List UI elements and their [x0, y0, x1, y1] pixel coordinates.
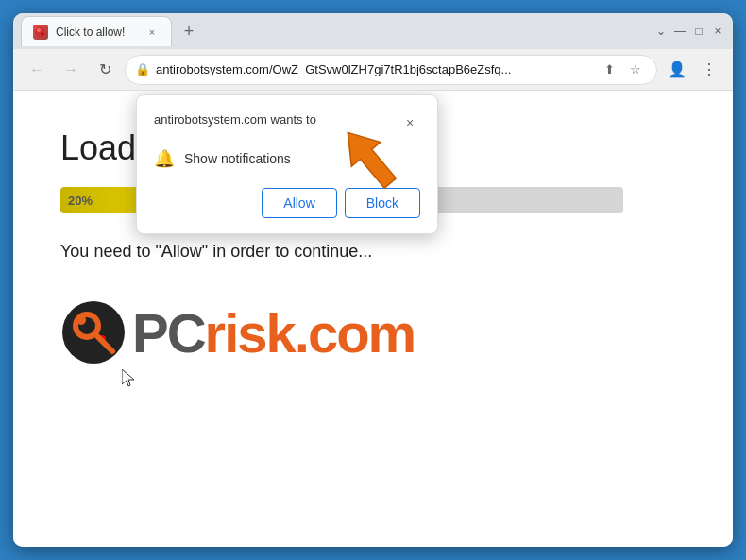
allow-button[interactable]: Allow: [262, 188, 336, 218]
address-bar-icons: ⬆ ☆: [598, 59, 647, 81]
svg-marker-3: [334, 121, 405, 195]
svg-point-7: [76, 315, 86, 325]
address-bar[interactable]: 🔒 antirobotsystem.com/OwZ_GtSvw0lZH7gi7t…: [125, 55, 657, 85]
toolbar-right: 👤 ⋮: [663, 56, 723, 84]
tab-close-button[interactable]: ×: [144, 25, 160, 40]
browser-toolbar: ← → ↻ 🔒 antirobotsystem.com/OwZ_GtSvw0lZ…: [13, 49, 733, 91]
window-close-button[interactable]: ×: [710, 24, 725, 39]
tab-area: Click to allow! × +: [21, 16, 650, 46]
tab-title: Click to allow!: [56, 25, 125, 39]
browser-window: Click to allow! × + ⌄ — □ × ← → ↻ 🔒 anti…: [13, 13, 733, 547]
back-button[interactable]: ←: [23, 56, 51, 84]
risk-text: risk.com: [205, 302, 415, 364]
menu-button[interactable]: ⋮: [695, 56, 723, 84]
svg-point-0: [35, 26, 46, 38]
browser-tab[interactable]: Click to allow! ×: [21, 16, 172, 46]
reload-button[interactable]: ↻: [91, 56, 119, 84]
pc-text: PC: [132, 302, 205, 364]
bell-icon: 🔔: [154, 148, 175, 169]
window-chevron-down[interactable]: ⌄: [653, 24, 669, 39]
window-controls: ⌄ — □ ×: [653, 24, 725, 39]
tab-favicon: [33, 25, 48, 40]
title-bar: Click to allow! × + ⌄ — □ ×: [13, 13, 733, 49]
progress-label: 20%: [68, 194, 93, 208]
pcrisk-text: PCrisk.com: [132, 301, 415, 365]
svg-point-1: [37, 28, 41, 32]
account-button[interactable]: 👤: [663, 56, 691, 84]
bookmark-button[interactable]: ☆: [624, 59, 647, 81]
share-page-button[interactable]: ⬆: [598, 59, 620, 81]
lock-icon: 🔒: [135, 62, 150, 76]
popup-title: antirobotsystem.com wants to: [154, 112, 316, 127]
new-tab-button[interactable]: +: [176, 18, 202, 44]
url-text: antirobotsystem.com/OwZ_GtSvw0lZH7gi7tR1…: [156, 62, 592, 76]
notification-label: Show notifications: [184, 151, 291, 166]
page-content: antirobotsystem.com wants to × 🔔 Show no…: [13, 91, 733, 547]
svg-point-2: [42, 32, 44, 35]
arrow-indicator: [334, 119, 410, 195]
forward-button[interactable]: →: [57, 56, 85, 84]
window-maximize-button[interactable]: □: [691, 24, 706, 39]
pcrisk-logo: PCrisk.com: [60, 299, 686, 365]
instruction-text: You need to "Allow" in order to continue…: [60, 242, 686, 262]
window-minimize-button[interactable]: —: [672, 24, 687, 39]
cursor-arrow: [122, 369, 137, 388]
svg-marker-4: [122, 369, 134, 386]
pcrisk-icon: [60, 299, 127, 365]
